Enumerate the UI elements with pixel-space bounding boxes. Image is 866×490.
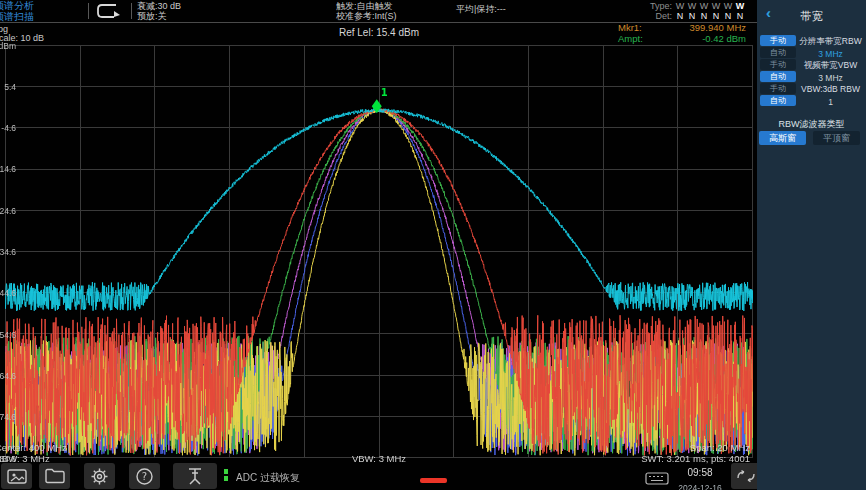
adc-status-led — [224, 469, 228, 481]
rbw-auto-button[interactable]: 自动 — [760, 47, 796, 58]
y-axis-label: -64.6 — [0, 371, 16, 381]
marker-frequency: 399.940 MHz — [689, 23, 746, 34]
span-label: Span: 20 MHz — [690, 442, 750, 453]
spectrum-display[interactable] — [5, 45, 753, 458]
trace-letter: W — [686, 1, 698, 11]
keyboard-icon — [645, 472, 669, 485]
continuous-sweep-icon[interactable] — [95, 3, 123, 19]
topbar-divider — [131, 3, 132, 19]
trigger-block: 触发:自由触发 校准参考:Int(S) — [336, 1, 397, 21]
remote-link-button[interactable] — [731, 463, 760, 489]
keyboard-button[interactable] — [645, 472, 669, 485]
trigger-label: 触发:自由触发 — [336, 1, 397, 11]
ratio-auto-button[interactable]: 自动 — [760, 95, 796, 106]
filter-type-label: RBW滤波器类型 — [757, 118, 866, 131]
trace-letter: N — [722, 11, 734, 21]
adc-status-message: ADC 过载恢复 — [236, 471, 300, 485]
trace-letter: N — [698, 11, 710, 21]
cal-ref-label: 校准参考:Int(S) — [336, 11, 397, 21]
swap-arrows-icon — [736, 469, 756, 483]
trace-letter: W — [698, 1, 710, 11]
spectrum-analyzer-screen: { "header": { "mode_line1": "频谱分析", "mod… — [0, 0, 866, 490]
y-axis-label: 5.4 — [4, 82, 16, 92]
y-axis-label: -74.6 — [0, 412, 16, 422]
svg-text:?: ? — [142, 471, 147, 482]
vbw-value[interactable]: 3 MHz — [797, 73, 864, 83]
ratio-value[interactable]: 1 — [797, 97, 864, 107]
vbw-manual-button[interactable]: 手动 — [760, 59, 796, 70]
y-axis-label: -24.6 — [0, 206, 16, 216]
gear-icon — [90, 467, 109, 486]
rbw-manual-button[interactable]: 手动 — [760, 35, 796, 46]
gaussian-window-button[interactable]: 高斯窗 — [759, 131, 806, 145]
y-axis-label: -54.6 — [0, 330, 16, 340]
preamp-label: 预放:关 — [137, 11, 181, 21]
flattop-window-button[interactable]: 平顶窗 — [813, 131, 860, 145]
probe-icon — [185, 467, 205, 486]
det-label: Det: — [655, 11, 672, 21]
mode-tab-analysis[interactable]: 频谱分析 — [0, 1, 34, 12]
amplitude-label: Ampt: — [618, 34, 643, 45]
screenshot-button[interactable] — [1, 463, 32, 489]
help-button[interactable]: ? — [129, 463, 160, 489]
instrument-tool-button[interactable] — [173, 463, 217, 489]
mode-tab-sweep[interactable]: 频谱扫描 — [0, 12, 34, 23]
vbw-row-label: 视频带宽VBW — [797, 60, 864, 72]
average-hold-label: 平均|保持:--- — [456, 3, 506, 16]
y-axis-label: -34.6 — [0, 247, 16, 257]
marker-readout: Mkr1: 399.940 MHz Ampt: -0.42 dBm — [618, 23, 746, 44]
y-axis-label: -4.6 — [1, 123, 16, 133]
file-manager-button[interactable] — [39, 463, 70, 489]
y-axis-label: dBm — [0, 41, 16, 51]
trace-letter: N — [674, 11, 686, 21]
vbw-auto-button[interactable]: 自动 — [760, 71, 796, 82]
trace-letter: W — [722, 1, 734, 11]
mode-tabs[interactable]: 频谱分析 频谱扫描 — [0, 1, 34, 22]
type-label: Type: — [650, 1, 672, 11]
clock-date: 2024-12-16 — [672, 483, 728, 490]
topbar-divider — [88, 3, 89, 19]
bandwidth-menu-panel: ‹ 带宽 手动 自动 分辨率带宽RBW 3 MHz 手动 自动 视频带宽VBW … — [757, 0, 866, 490]
type-values: WWWWWW — [674, 1, 746, 11]
trace-letter: N — [686, 11, 698, 21]
trace-type-det-block: Type:WWWWWW Det:NNNNNN — [650, 1, 746, 21]
ratio-manual-button[interactable]: 手动 — [760, 83, 796, 94]
record-indicator[interactable] — [420, 478, 447, 483]
trace-letter: W — [674, 1, 686, 11]
settings-button[interactable] — [84, 463, 115, 489]
amplitude-value: -0.42 dBm — [702, 34, 746, 45]
help-icon: ? — [135, 467, 154, 486]
y-axis-label: -14.6 — [0, 164, 16, 174]
clock-time: 09:58 — [672, 467, 728, 478]
folder-icon — [45, 468, 65, 484]
trace-letter: W — [734, 1, 746, 11]
rbw-row-label: 分辨率带宽RBW — [797, 36, 864, 48]
marker-label: Mkr1: — [618, 23, 642, 34]
ratio-row-label: VBW:3dB RBW — [797, 84, 864, 94]
trace-letter: N — [734, 11, 746, 21]
rbw-value[interactable]: 3 MHz — [797, 49, 864, 59]
trace-letter: W — [710, 1, 722, 11]
screenshot-icon — [7, 468, 27, 485]
center-frequency-label: Center: 400 MHz — [0, 442, 67, 453]
trace-letter: N — [710, 11, 722, 21]
attenuation-block: 衰减:30 dB 预放:关 — [137, 1, 181, 21]
attenuation-label: 衰减:30 dB — [137, 1, 181, 11]
panel-title: 带宽 — [757, 9, 866, 24]
y-axis-label: -44.6 — [0, 288, 16, 298]
det-values: NNNNNN — [674, 11, 746, 21]
